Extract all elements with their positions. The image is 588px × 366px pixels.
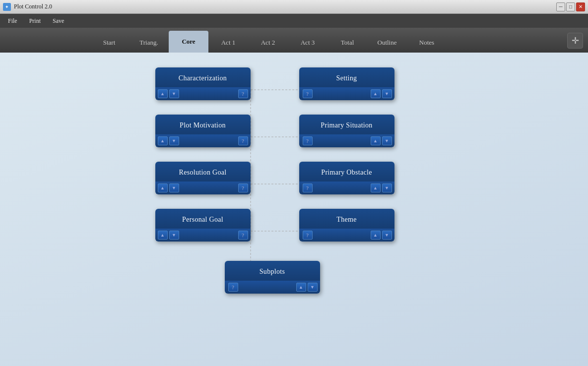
plot-motivation-down-btn[interactable]: ▼ xyxy=(169,136,179,145)
resolution-goal-up-btn[interactable]: ▲ xyxy=(158,183,168,192)
subplots-up-btn[interactable]: ▲ xyxy=(296,283,306,292)
card-primary-obstacle-footer: ? ▲ ▼ xyxy=(299,182,394,194)
card-setting: Setting ? ▲ ▼ xyxy=(299,67,394,100)
primary-obstacle-down-btn[interactable]: ▼ xyxy=(382,183,392,192)
card-resolution-goal-title[interactable]: Resolution Goal xyxy=(155,162,251,182)
main-content: Characterization ▲ ▼ ? Plot Motivation ▲… xyxy=(0,53,588,366)
card-subplots-footer: ? ▲ ▼ xyxy=(225,281,320,294)
card-resolution-goal-footer: ▲ ▼ ? xyxy=(155,182,251,194)
card-theme-footer: ? ▲ ▼ xyxy=(299,229,394,242)
card-setting-title[interactable]: Setting xyxy=(299,67,394,87)
primary-situation-help-btn[interactable]: ? xyxy=(303,136,313,145)
subplots-down-btn[interactable]: ▼ xyxy=(308,283,318,292)
tab-start[interactable]: Start xyxy=(89,33,129,53)
tab-act2[interactable]: Act 2 xyxy=(248,33,288,53)
primary-situation-down-btn[interactable]: ▼ xyxy=(382,136,392,145)
personal-goal-down-btn[interactable]: ▼ xyxy=(169,231,179,240)
card-plot-motivation-footer: ▲ ▼ ? xyxy=(155,134,251,147)
personal-goal-help-btn[interactable]: ? xyxy=(238,231,248,240)
menu-bar: File Print Save xyxy=(0,14,588,28)
card-theme-title[interactable]: Theme xyxy=(299,209,394,229)
menu-save[interactable]: Save xyxy=(47,15,70,27)
primary-situation-up-btn[interactable]: ▲ xyxy=(371,136,381,145)
setting-down-btn[interactable]: ▼ xyxy=(382,89,392,98)
personal-goal-up-btn[interactable]: ▲ xyxy=(158,231,168,240)
close-button[interactable]: ✕ xyxy=(576,2,585,11)
maximize-button[interactable]: □ xyxy=(566,2,575,11)
card-primary-situation: Primary Situation ? ▲ ▼ xyxy=(299,115,394,147)
resolution-goal-down-btn[interactable]: ▼ xyxy=(169,183,179,192)
card-plot-motivation: Plot Motivation ▲ ▼ ? xyxy=(155,115,251,147)
menu-print[interactable]: Print xyxy=(23,15,47,27)
characterization-up-btn[interactable]: ▲ xyxy=(158,89,168,98)
theme-help-btn[interactable]: ? xyxy=(303,231,313,240)
tab-triang[interactable]: Triang. xyxy=(129,33,169,53)
setting-up-btn[interactable]: ▲ xyxy=(371,89,381,98)
card-subplots-title[interactable]: Subplots xyxy=(225,261,320,281)
card-personal-goal-title[interactable]: Personal Goal xyxy=(155,209,251,229)
setting-help-btn[interactable]: ? xyxy=(303,89,313,98)
title-bar-left: ✦ Plot Control 2.0 xyxy=(3,3,52,11)
menu-file[interactable]: File xyxy=(2,15,23,27)
title-bar: ✦ Plot Control 2.0 ─ □ ✕ xyxy=(0,0,588,14)
card-setting-footer: ? ▲ ▼ xyxy=(299,87,394,100)
card-characterization-title[interactable]: Characterization xyxy=(155,67,251,87)
card-resolution-goal: Resolution Goal ▲ ▼ ? xyxy=(155,162,251,194)
card-plot-motivation-title[interactable]: Plot Motivation xyxy=(155,115,251,134)
characterization-help-btn[interactable]: ? xyxy=(238,89,248,98)
card-theme: Theme ? ▲ ▼ xyxy=(299,209,394,242)
title-bar-controls: ─ □ ✕ xyxy=(556,2,585,11)
card-primary-situation-footer: ? ▲ ▼ xyxy=(299,134,394,147)
theme-down-btn[interactable]: ▼ xyxy=(382,231,392,240)
card-primary-situation-title[interactable]: Primary Situation xyxy=(299,115,394,134)
resolution-goal-help-btn[interactable]: ? xyxy=(238,183,248,192)
primary-obstacle-help-btn[interactable]: ? xyxy=(303,183,313,192)
tab-bar-right: ✛ xyxy=(567,33,583,53)
subplots-help-btn[interactable]: ? xyxy=(228,283,238,292)
card-primary-obstacle-title[interactable]: Primary Obstacle xyxy=(299,162,394,182)
plot-motivation-up-btn[interactable]: ▲ xyxy=(158,136,168,145)
app-icon: ✦ xyxy=(3,3,11,11)
tab-total[interactable]: Total xyxy=(327,33,367,53)
card-personal-goal-footer: ▲ ▼ ? xyxy=(155,229,251,242)
diagram: Characterization ▲ ▼ ? Plot Motivation ▲… xyxy=(150,62,438,320)
tab-notes[interactable]: Notes xyxy=(407,33,447,53)
card-subplots: Subplots ? ▲ ▼ xyxy=(225,261,320,294)
card-characterization: Characterization ▲ ▼ ? xyxy=(155,67,251,100)
tab-act3[interactable]: Act 3 xyxy=(288,33,327,53)
tab-act1[interactable]: Act 1 xyxy=(208,33,248,53)
tab-bar: Start Triang. Core Act 1 Act 2 Act 3 Tot… xyxy=(0,28,588,53)
characterization-down-btn[interactable]: ▼ xyxy=(169,89,179,98)
tab-outline[interactable]: Outline xyxy=(367,33,407,53)
plot-motivation-help-btn[interactable]: ? xyxy=(238,136,248,145)
app-title: Plot Control 2.0 xyxy=(14,3,52,10)
theme-up-btn[interactable]: ▲ xyxy=(371,231,381,240)
tab-core[interactable]: Core xyxy=(169,31,208,53)
primary-obstacle-up-btn[interactable]: ▲ xyxy=(371,183,381,192)
card-characterization-footer: ▲ ▼ ? xyxy=(155,87,251,100)
card-primary-obstacle: Primary Obstacle ? ▲ ▼ xyxy=(299,162,394,194)
card-personal-goal: Personal Goal ▲ ▼ ? xyxy=(155,209,251,242)
move-icon[interactable]: ✛ xyxy=(567,33,583,49)
minimize-button[interactable]: ─ xyxy=(556,2,565,11)
